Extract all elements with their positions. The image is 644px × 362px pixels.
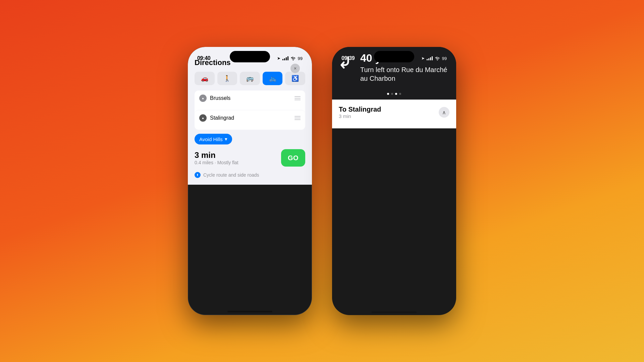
page-dot-2 [391,93,393,95]
battery-2: 99 [442,56,447,61]
location-arrow-icon-1: ➤ [277,56,280,61]
dest-menu-icon [294,116,301,120]
transport-modes: 🚗 🚶 🚌 🚲 ♿ [195,72,305,85]
battery-1: 99 [298,56,303,61]
transport-transit-button[interactable]: 🚌 [240,72,260,85]
chevron-up-icon: ∧ [442,109,446,116]
close-icon: × [294,66,297,71]
transport-wheelchair-button[interactable]: ♿ [285,72,305,85]
wifi-icon-1 [290,56,296,60]
dest-title: To Stalingrad [339,106,381,113]
transport-cycle-button[interactable]: 🚲 [263,72,283,85]
route-inputs: ● Brussels ● [195,90,305,130]
signal-bars-1 [282,56,288,60]
page-dot-4 [399,93,401,95]
page-dot-1 [387,93,389,95]
location-arrow-icon-2: ➤ [421,56,425,61]
home-indicator-1 [227,311,272,312]
cycle-icon: 🚲 [269,75,276,82]
phone-2: 09:39 ➤ 99 [332,47,456,315]
signal-bars-2 [427,56,433,60]
route-time: 3 min [195,150,238,160]
wheelchair-icon: ♿ [291,75,299,82]
transport-car-button[interactable]: 🚗 [195,72,215,85]
walk-icon: 🚶 [223,75,231,82]
avoid-hills-tag[interactable]: Avoid Hills ▾ [195,134,232,144]
expand-button[interactable]: ∧ [439,107,449,118]
dest-label: Stalingrad [210,115,234,121]
car-icon: 🚗 [201,75,208,82]
phone-1: 09:40 ➤ 99 [188,47,312,315]
chevron-down-icon: ▾ [225,136,227,142]
origin-menu-icon [294,96,301,100]
route-dist: 0.4 miles · Mostly flat [195,160,238,165]
page-dots [332,89,456,100]
status-time-1: 09:40 [197,55,210,61]
phones-container: 09:40 ➤ 99 [188,47,456,315]
origin-dot: ● [199,95,207,102]
origin-row[interactable]: ● Brussels [195,90,305,106]
transport-walk-button[interactable]: 🚶 [217,72,237,85]
close-button[interactable]: × [290,64,300,73]
direction-panel: Directions × 🚗 🚶 🚌 [188,47,312,185]
status-time-2: 09:39 [341,55,355,61]
dynamic-island-1 [230,51,270,62]
cycle-route-row: Cycle route and side roads [195,169,305,178]
cycle-route-label: Cycle route and side roads [203,172,259,178]
go-button[interactable]: GO [281,149,305,167]
page-dot-3 [395,93,397,95]
nav-street: Turn left onto Rue du Marché au Charbon [360,65,449,83]
destination-card: To Stalingrad 3 min ∧ [332,100,456,128]
cycle-route-dot [195,172,201,178]
status-icons-2: ➤ 99 [421,56,447,61]
dest-time: 3 min [339,113,381,119]
transit-icon: 🚌 [246,75,254,82]
status-icons-1: ➤ 99 [277,56,303,61]
home-indicator-2 [372,311,417,313]
origin-label: Brussels [210,95,230,101]
wifi-icon-2 [435,56,440,60]
dest-dot: ● [199,114,207,122]
dynamic-island-2 [374,51,414,62]
destination-row[interactable]: ● Stalingrad [195,110,305,126]
avoid-hills-label: Avoid Hills [199,136,223,142]
route-summary: 3 min 0.4 miles · Mostly flat GO [195,149,305,167]
